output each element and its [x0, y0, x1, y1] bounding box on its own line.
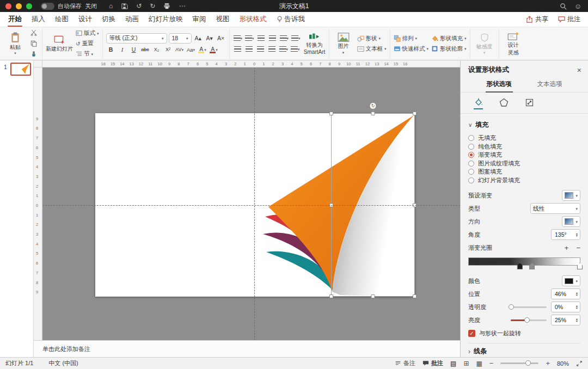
superscript-button[interactable]: X²	[163, 45, 173, 54]
gradient-stops-bar[interactable]	[468, 257, 580, 266]
slider-thumb[interactable]	[524, 317, 530, 323]
section-button[interactable]: 节▾	[76, 50, 99, 58]
text-direction-button[interactable]: ▾	[279, 34, 290, 43]
slideshow-view-button[interactable]: ▦	[476, 360, 482, 367]
tab-draw[interactable]: 绘图	[50, 12, 74, 27]
line-spacing-button[interactable]: ▾	[291, 34, 301, 43]
stepper-arrows-icon[interactable]: ▲▼	[575, 232, 578, 237]
fill-option-none[interactable]: 无填充	[468, 134, 580, 143]
bold-button[interactable]: B	[106, 45, 116, 54]
fill-option-solid[interactable]: 纯色填充	[468, 143, 580, 151]
increase-font-size-button[interactable]: A▴	[193, 34, 203, 43]
fill-and-line-tab[interactable]	[474, 97, 483, 109]
picture-button[interactable]: 图片 ▾	[333, 33, 354, 54]
fill-option-pattern[interactable]: 图案填充	[468, 168, 580, 176]
gradient-type-select[interactable]: 线性▾	[530, 203, 580, 214]
reset-button[interactable]: ↺ 重置	[76, 39, 99, 48]
italic-button[interactable]: I	[118, 45, 127, 54]
brightness-slider[interactable]	[511, 319, 547, 321]
zoom-percentage[interactable]: 80%	[557, 360, 569, 367]
tab-transitions[interactable]: 切换	[97, 12, 120, 27]
resize-handle-se[interactable]	[413, 294, 416, 298]
tab-review[interactable]: 审阅	[188, 12, 211, 27]
autosave-toggle[interactable]	[41, 3, 54, 10]
close-window-button[interactable]	[5, 3, 11, 9]
fill-option-picture-texture[interactable]: 图片或纹理填充	[468, 159, 580, 168]
increase-indent-button[interactable]	[268, 34, 278, 43]
tab-tell-me[interactable]: 告诉我	[272, 12, 310, 27]
gradient-direction-dropdown[interactable]: ▾	[562, 216, 580, 227]
strikethrough-button[interactable]: abc	[140, 45, 150, 54]
subscript-button[interactable]: X₂	[152, 45, 162, 54]
align-center-button[interactable]	[244, 45, 254, 54]
notes-toggle-button[interactable]: 备注	[395, 359, 415, 367]
stop-color-dropdown[interactable]: ▾	[562, 275, 580, 286]
tab-view[interactable]: 视图	[211, 12, 235, 27]
normal-view-button[interactable]: ▤	[450, 360, 456, 367]
add-gradient-stop-button[interactable]: +	[565, 244, 569, 252]
shapes-button[interactable]: 形状▾	[357, 34, 387, 43]
tab-animations[interactable]: 动画	[120, 12, 144, 27]
resize-handle-n[interactable]	[371, 112, 375, 115]
design-ideas-button[interactable]: 设计 灵感	[503, 32, 524, 56]
gradient-angle-spinner[interactable]: 135°▲▼	[551, 229, 580, 240]
convert-to-smartart-button[interactable]: 转换为 SmartArt	[304, 32, 326, 56]
paste-button[interactable]: 粘贴 ▾	[4, 32, 26, 56]
fill-option-gradient[interactable]: 渐变填充	[468, 151, 580, 159]
remove-gradient-stop-button[interactable]: −	[576, 244, 580, 252]
layout-button[interactable]: 版式▾	[76, 29, 99, 38]
arrange-button[interactable]: 排列▾	[394, 34, 429, 43]
gradient-stop[interactable]	[577, 263, 583, 269]
save-icon[interactable]	[121, 3, 128, 10]
fill-section-header[interactable]: ∨ 填充	[468, 120, 580, 130]
effects-tab[interactable]	[499, 97, 509, 109]
stop-position-spinner[interactable]: 46%▲▼	[551, 288, 580, 299]
resize-handle-nw[interactable]	[329, 112, 333, 115]
shape-fill-button[interactable]: 形状填充▾	[431, 34, 467, 43]
zoom-in-button[interactable]: +	[546, 359, 550, 367]
align-right-button[interactable]	[256, 45, 266, 54]
home-icon[interactable]: ⌂	[109, 2, 113, 10]
zoom-slider-thumb[interactable]	[525, 360, 531, 366]
resize-handle-s[interactable]	[371, 294, 375, 298]
redo-icon[interactable]: ↻	[150, 2, 155, 10]
fill-option-slide-background[interactable]: 幻灯片背景填充	[468, 176, 580, 185]
preset-gradient-dropdown[interactable]: ▾	[562, 190, 580, 201]
brightness-spinner[interactable]: 25%▲▼	[551, 315, 580, 325]
slide-canvas[interactable]: 1615141312111098765432101234567891011121…	[34, 60, 460, 340]
comments-button[interactable]: 批注	[558, 15, 580, 24]
resize-handle-ne[interactable]	[413, 112, 416, 115]
share-button[interactable]: 共享	[526, 15, 548, 24]
justify-button[interactable]	[267, 45, 277, 54]
print-icon[interactable]	[163, 3, 170, 10]
transparency-spinner[interactable]: 0%▲▼	[551, 302, 580, 312]
tab-home[interactable]: 开始	[3, 12, 27, 27]
font-size-select[interactable]: 18▾	[169, 33, 192, 44]
format-painter-button[interactable]	[29, 50, 39, 59]
clear-formatting-button[interactable]: A×	[216, 34, 226, 43]
text-highlight-button[interactable]: A▾	[198, 45, 207, 54]
slide-thumbnail[interactable]	[10, 63, 31, 76]
zoom-slider[interactable]	[500, 362, 538, 364]
pane-tab-text-options[interactable]: 文本选项	[536, 78, 564, 92]
zoom-window-button[interactable]	[26, 3, 32, 9]
pane-tab-shape-options[interactable]: 形状选项	[486, 78, 513, 93]
decrease-font-size-button[interactable]: A▾	[205, 34, 215, 43]
slide-sorter-view-button[interactable]: ⊞	[463, 360, 469, 367]
bullets-button[interactable]: ▾	[233, 34, 243, 43]
language-indicator[interactable]: 中文 (中国)	[48, 359, 78, 367]
minimize-window-button[interactable]	[16, 3, 22, 9]
more-commands-icon[interactable]: ⋯	[179, 2, 185, 10]
shape-outline-button[interactable]: 形状轮廓▾	[431, 45, 467, 53]
character-spacing-button[interactable]: AV▾	[175, 45, 185, 54]
slider-thumb[interactable]	[509, 304, 514, 310]
align-left-button[interactable]	[233, 45, 243, 54]
stepper-arrows-icon[interactable]: ▲▼	[575, 318, 578, 322]
copy-button[interactable]	[29, 39, 39, 48]
sensitivity-button[interactable]: 敏感度 ▾	[474, 33, 495, 55]
search-icon[interactable]	[560, 3, 567, 10]
line-section-header[interactable]: › 线条	[468, 347, 580, 356]
zoom-out-button[interactable]: −	[489, 359, 494, 367]
undo-icon[interactable]: ↺	[136, 2, 142, 10]
align-text-button[interactable]: ▾	[290, 45, 301, 54]
